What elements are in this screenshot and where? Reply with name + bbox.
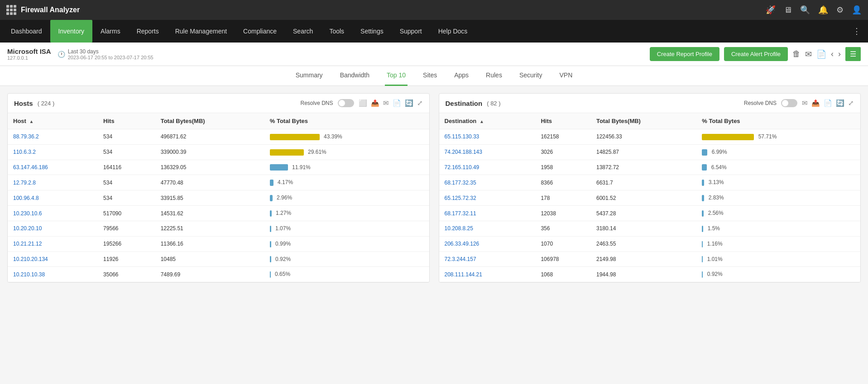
email-icon[interactable]: ✉: [805, 49, 812, 59]
gear-icon[interactable]: ⚙: [836, 5, 844, 15]
dest-link[interactable]: 65.115.130.33: [445, 133, 480, 140]
host-cell: 10.210.10.38: [8, 267, 98, 282]
dest-cell: 74.204.188.143: [439, 144, 536, 160]
dest-refresh-icon[interactable]: 🔄: [836, 99, 844, 107]
hosts-resolve-dns-toggle[interactable]: [338, 99, 354, 107]
prev-icon[interactable]: ‹: [831, 49, 834, 59]
dest-link[interactable]: 72.3.244.157: [445, 256, 476, 262]
tab-security[interactable]: Security: [518, 66, 544, 86]
tab-summary[interactable]: Summary: [294, 66, 325, 86]
nav-alarms[interactable]: Alarms: [92, 20, 129, 43]
dest-export-icon[interactable]: 📤: [811, 99, 820, 107]
bytes-cell: 496871.62: [155, 129, 264, 145]
nav-more-icon[interactable]: ⋮: [848, 26, 865, 36]
host-link[interactable]: 10.230.10.6: [13, 210, 42, 217]
hosts-col-hits[interactable]: Hits: [98, 113, 155, 129]
nav-tools[interactable]: Tools: [321, 20, 352, 43]
rocket-icon[interactable]: 🚀: [766, 5, 776, 15]
dest-link[interactable]: 206.33.49.126: [445, 241, 480, 247]
nav-search[interactable]: Search: [285, 20, 321, 43]
tab-top10[interactable]: Top 10: [385, 66, 408, 86]
host-link[interactable]: 100.96.4.8: [13, 195, 39, 201]
hosts-export-icon[interactable]: 📤: [371, 99, 379, 107]
bytes-cell: 136329.05: [155, 160, 264, 175]
dest-link[interactable]: 10.208.8.25: [445, 225, 473, 232]
nav-settings[interactable]: Settings: [352, 20, 392, 43]
host-link[interactable]: 10.20.20.10: [13, 225, 42, 232]
table-row: 65.115.130.33 162158 122456.33 57.71%: [439, 129, 861, 145]
host-link[interactable]: 88.79.36.2: [13, 133, 39, 140]
hosts-email-icon[interactable]: ✉: [383, 99, 389, 107]
pct-value: 2.96%: [277, 194, 292, 201]
tab-rules[interactable]: Rules: [484, 66, 504, 86]
bytes-cell: 13872.72: [591, 160, 696, 175]
create-report-profile-button[interactable]: Create Report Profile: [650, 47, 719, 61]
user-icon[interactable]: 👤: [852, 5, 862, 15]
nav-help-docs[interactable]: Help Docs: [430, 20, 476, 43]
bytes-cell: 339000.39: [155, 144, 264, 160]
dest-col-pct[interactable]: % Total Bytes: [696, 113, 860, 129]
next-icon[interactable]: ›: [838, 49, 841, 59]
nav-rule-management[interactable]: Rule Management: [167, 20, 235, 43]
tab-vpn[interactable]: VPN: [557, 66, 574, 86]
dest-col-hits[interactable]: Hits: [535, 113, 591, 129]
search-icon[interactable]: 🔍: [800, 5, 810, 15]
nav-compliance[interactable]: Compliance: [235, 20, 285, 43]
hosts-panel: Hosts ( 224 ) Resolve DNS ⬜ 📤 ✉ 📄 🔄 ⤢ Ho…: [7, 93, 430, 283]
dest-col-bytes[interactable]: Total Bytes(MB): [591, 113, 696, 129]
hosts-copy-icon[interactable]: ⬜: [359, 99, 367, 107]
hits-cell: 162158: [535, 129, 591, 145]
pdf-icon[interactable]: 📄: [816, 49, 826, 59]
table-row: 74.204.188.143 3026 14825.87 6.99%: [439, 144, 861, 160]
host-link[interactable]: 12.79.2.8: [13, 180, 36, 186]
dest-email-icon[interactable]: ✉: [802, 99, 808, 107]
host-link[interactable]: 110.6.3.2: [13, 149, 36, 155]
dest-link[interactable]: 65.125.72.32: [445, 195, 476, 201]
nav-reports[interactable]: Reports: [129, 20, 167, 43]
dest-link[interactable]: 208.111.144.21: [445, 271, 482, 278]
bar: [702, 256, 703, 262]
monitor-icon[interactable]: 🖥: [784, 5, 792, 15]
hosts-refresh-icon[interactable]: 🔄: [405, 99, 413, 107]
tab-sites[interactable]: Sites: [421, 66, 439, 86]
host-link[interactable]: 10.210.10.38: [13, 271, 45, 278]
nav-support[interactable]: Support: [392, 20, 430, 43]
delete-icon[interactable]: 🗑: [792, 49, 801, 59]
hosts-col-host[interactable]: Host ▲: [8, 113, 98, 129]
hosts-col-bytes[interactable]: Total Bytes(MB): [155, 113, 264, 129]
host-cell: 10.20.20.10: [8, 221, 98, 236]
dest-link[interactable]: 68.177.32.35: [445, 180, 476, 186]
nav-dashboard[interactable]: Dashboard: [3, 20, 50, 43]
nav-inventory[interactable]: Inventory: [50, 20, 93, 43]
tab-bandwidth[interactable]: Bandwidth: [338, 66, 371, 86]
bell-icon[interactable]: 🔔: [818, 5, 828, 15]
tab-apps[interactable]: Apps: [452, 66, 470, 86]
dest-panel-count: ( 82 ): [487, 100, 500, 107]
pct-value: 1.27%: [276, 210, 291, 216]
dest-link[interactable]: 72.165.110.49: [445, 164, 480, 171]
host-link[interactable]: 10.21.21.12: [13, 241, 42, 247]
host-link[interactable]: 10.210.20.134: [13, 256, 48, 262]
host-cell: 88.79.36.2: [8, 129, 98, 145]
hosts-pdf-icon[interactable]: 📄: [393, 99, 401, 107]
hits-cell: 164116: [98, 160, 155, 175]
dest-link[interactable]: 74.204.188.143: [445, 149, 482, 155]
dest-pdf-icon[interactable]: 📄: [824, 99, 832, 107]
dest-link[interactable]: 68.177.32.11: [445, 210, 476, 217]
table-row: 208.111.144.21 1068 1944.98 0.92%: [439, 267, 861, 282]
hosts-col-pct[interactable]: % Total Bytes: [264, 113, 429, 129]
pct-value: 43.39%: [324, 133, 342, 140]
bytes-cell: 1944.98: [591, 267, 696, 282]
dest-resolve-dns-toggle[interactable]: [781, 99, 797, 107]
hamburger-icon[interactable]: ☰: [845, 47, 861, 61]
app-grid-icon[interactable]: [6, 5, 16, 15]
host-link[interactable]: 63.147.46.186: [13, 164, 48, 171]
hosts-expand-icon[interactable]: ⤢: [417, 99, 423, 107]
pct-cell: 3.13%: [696, 175, 860, 190]
dest-panel-header: Destination ( 82 ) Resolve DNS ✉ 📤 📄 🔄 ⤢: [439, 94, 861, 113]
bytes-cell: 2149.98: [591, 251, 696, 267]
dest-col-dest[interactable]: Destination ▲: [439, 113, 536, 129]
create-alert-profile-button[interactable]: Create Alert Profile: [724, 47, 788, 61]
dest-expand-icon[interactable]: ⤢: [848, 99, 854, 107]
dest-cell: 68.177.32.11: [439, 206, 536, 221]
